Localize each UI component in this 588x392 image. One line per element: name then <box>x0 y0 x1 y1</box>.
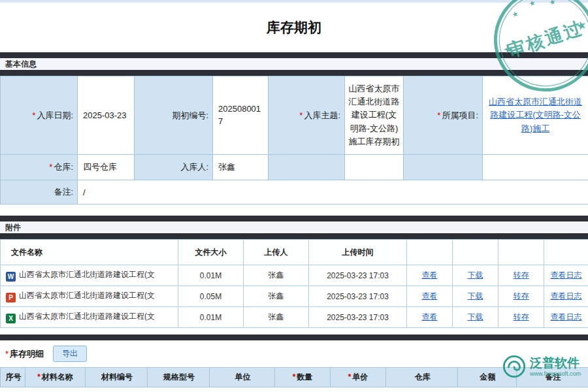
section-attachments: 附件 <box>0 221 588 233</box>
col-seq: 序号 <box>1 368 25 387</box>
empty-value-cell <box>345 155 404 180</box>
title-bar: 库存期初 <box>0 3 588 52</box>
divider-bar <box>0 70 588 76</box>
uploader: 张鑫 <box>244 265 309 286</box>
col-file-size: 文件大小 <box>178 240 244 265</box>
attachments-table: 文件名称 文件大小 上传人 上传时间 W山西省太原市汇通北街道路建设工程(文 0… <box>0 239 588 328</box>
view-log-link[interactable]: 查看日志 <box>551 312 582 321</box>
file-size: 0.01M <box>178 265 244 286</box>
upload-time: 2025-03-23 17:03 <box>309 265 407 286</box>
section-detail-label: 库存明细 <box>10 348 44 360</box>
section-basic-info: 基本信息 <box>0 58 588 70</box>
empty-label-cell <box>404 155 483 180</box>
spacer <box>0 204 588 216</box>
download-link[interactable]: 下载 <box>468 312 483 321</box>
project-value: 山西省太原市汇通北街道路建设工程(文明路-文公路)施工 <box>483 76 588 155</box>
upload-time: 2025-03-23 17:03 <box>309 307 407 328</box>
subject-label: *入库主题: <box>269 76 345 155</box>
file-name-cell: X山西省太原市汇通北街道路建设工程(文 <box>1 307 178 328</box>
initial-no-label: 期初编号: <box>135 76 213 155</box>
section-basic-info-label: 基本信息 <box>5 59 37 69</box>
col-quantity: *数量 <box>275 368 331 387</box>
project-link[interactable]: 山西省太原市汇通北街道路建设工程(文明路-文公路)施工 <box>489 97 582 133</box>
uploader: 张鑫 <box>244 286 309 307</box>
subject-value: 山西省太原市汇通北街道路建设工程(文明路-文公路)施工库存期初 <box>345 76 404 155</box>
basic-info-table: *入库日期: 2025-03-23 期初编号: 2025080017 *入库主题… <box>0 76 588 204</box>
col-file-name: 文件名称 <box>1 240 178 265</box>
col-action <box>453 240 498 265</box>
brand-swirl-icon <box>502 354 527 379</box>
file-name-cell: P山西省太原市汇通北街道路建设工程(文 <box>1 286 178 307</box>
ppt-file-icon: P <box>6 293 16 302</box>
col-unit-price: *单价 <box>331 368 386 387</box>
operator-value: 张鑫 <box>213 155 269 180</box>
remark-label: 备注: <box>1 180 78 204</box>
in-date-value: 2025-03-23 <box>78 76 135 155</box>
col-action <box>544 240 588 265</box>
upload-time: 2025-03-23 17:03 <box>309 286 407 307</box>
section-attachments-label: 附件 <box>5 223 21 232</box>
col-material-no: 材料编号 <box>86 368 148 387</box>
spacer <box>0 328 588 335</box>
excel-file-icon: X <box>6 314 16 323</box>
operator-label: 入库人: <box>135 155 213 180</box>
attachments-header-row: 文件名称 文件大小 上传人 上传时间 <box>1 240 588 265</box>
attachment-row: X山西省太原市汇通北街道路建设工程(文 0.01M 张鑫 2025-03-23 … <box>1 307 588 328</box>
basic-info-row-1: *入库日期: 2025-03-23 期初编号: 2025080017 *入库主题… <box>1 76 588 155</box>
col-uploader: 上传人 <box>244 240 309 265</box>
col-action <box>407 240 453 265</box>
view-link[interactable]: 查看 <box>422 270 438 280</box>
download-link[interactable]: 下载 <box>468 270 483 280</box>
detail-header-row: 序号 *材料名称 材料编号 规格型号 单位 *数量 *单价 仓库 金额 备注 <box>1 368 588 387</box>
brand-logo: 泛普软件 www.fanpusoft.com <box>502 354 581 379</box>
basic-info-row-3: 备注: / <box>1 180 588 204</box>
warehouse-value: 四号仓库 <box>78 155 135 180</box>
transfer-link[interactable]: 转存 <box>514 312 529 321</box>
divider-bar <box>0 233 588 239</box>
view-log-link[interactable]: 查看日志 <box>551 270 582 280</box>
attachment-row: P山西省太原市汇通北街道路建设工程(文 0.05M 张鑫 2025-03-23 … <box>1 286 588 307</box>
initial-no-value: 2025080017 <box>213 76 269 155</box>
remark-value: / <box>78 180 588 204</box>
empty-value-cell <box>483 155 588 180</box>
col-material-name: *材料名称 <box>25 368 86 387</box>
view-link[interactable]: 查看 <box>422 291 438 301</box>
attachment-row: W山西省太原市汇通北街道路建设工程(文 0.01M 张鑫 2025-03-23 … <box>1 265 588 286</box>
file-size: 0.05M <box>178 286 244 307</box>
brand-name: 泛普软件 <box>530 356 581 370</box>
transfer-link[interactable]: 转存 <box>514 291 529 301</box>
view-link[interactable]: 查看 <box>422 312 438 321</box>
export-button[interactable]: 导出 <box>53 346 87 362</box>
divider-bar <box>0 335 588 340</box>
page-title: 库存期初 <box>267 18 321 37</box>
file-name: 山西省太原市汇通北街道路建设工程(文 <box>19 291 155 300</box>
download-link[interactable]: 下载 <box>468 291 483 301</box>
in-date-label: *入库日期: <box>1 76 78 155</box>
empty-label-cell <box>269 155 345 180</box>
divider-bar <box>0 52 588 58</box>
transfer-link[interactable]: 转存 <box>514 270 529 280</box>
divider-bar <box>0 216 588 221</box>
basic-info-row-2: *仓库: 四号仓库 入库人: 张鑫 <box>1 155 588 180</box>
file-size: 0.01M <box>178 307 244 328</box>
file-name-cell: W山西省太原市汇通北街道路建设工程(文 <box>1 265 178 286</box>
section-inventory-detail: * 库存明细 导出 <box>0 340 588 367</box>
view-log-link[interactable]: 查看日志 <box>551 291 582 301</box>
col-unit: 单位 <box>210 368 275 387</box>
file-name: 山西省太原市汇通北街道路建设工程(文 <box>19 270 155 279</box>
col-action <box>498 240 544 265</box>
warehouse-label: *仓库: <box>1 155 78 180</box>
col-spec-model: 规格型号 <box>148 368 210 387</box>
project-label: *所属项目: <box>404 76 483 155</box>
file-name: 山西省太原市汇通北街道路建设工程(文 <box>19 312 155 321</box>
word-file-icon: W <box>6 272 16 282</box>
col-warehouse: 仓库 <box>386 368 458 387</box>
brand-site: www.fanpusoft.com <box>530 370 581 377</box>
detail-table-header: 序号 *材料名称 材料编号 规格型号 单位 *数量 *单价 仓库 金额 备注 <box>0 367 588 387</box>
col-upload-time: 上传时间 <box>309 240 407 265</box>
uploader: 张鑫 <box>244 307 309 328</box>
